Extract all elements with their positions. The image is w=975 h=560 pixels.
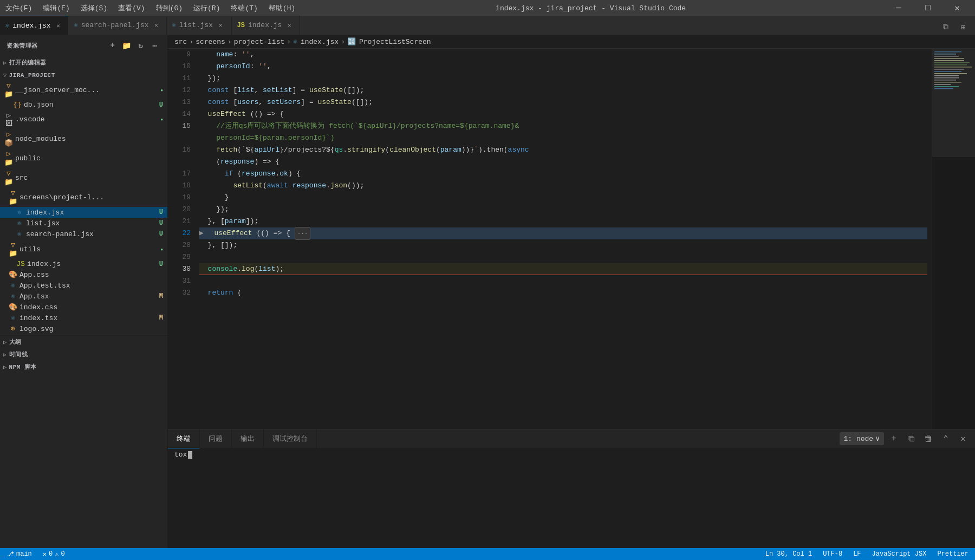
breadcrumb-project-list[interactable]: project-list	[234, 38, 285, 46]
file-src[interactable]: ▽📁 src	[0, 168, 167, 187]
code-line-32: return (	[199, 287, 927, 299]
tab-bar: ⚛ index.jsx ✕ ⚛ search-panel.jsx ✕ ⚛ lis…	[0, 16, 975, 35]
code-line-19: }	[199, 192, 927, 204]
tab-close-index-js[interactable]: ✕	[285, 21, 294, 30]
open-editors-header[interactable]: ▷ 打开的编辑器	[0, 57, 167, 68]
code-line-20: });	[199, 204, 927, 216]
tsx-icon-2: ⚛	[9, 292, 17, 301]
menu-bar[interactable]: 文件(F) 编辑(E) 选择(S) 查看(V) 转到(G) 运行(R) 终端(T…	[5, 3, 295, 13]
svg-rect-10	[934, 73, 967, 74]
code-line-17: if (response.ok) {	[199, 168, 927, 180]
file-node-modules[interactable]: ▷📦 node_modules	[0, 129, 167, 148]
file-index-jsx[interactable]: ⚛ index.jsx U	[0, 207, 167, 218]
menu-edit[interactable]: 编辑(E)	[43, 3, 69, 13]
close-terminal-button[interactable]: ✕	[955, 431, 971, 446]
tab-search-panel-jsx[interactable]: ⚛ search-panel.jsx ✕	[68, 16, 166, 35]
file-screens-project[interactable]: ▽📁 screens\project-l...	[0, 187, 167, 207]
menu-terminal[interactable]: 终端(T)	[231, 3, 257, 13]
code-editor[interactable]: 9 10 11 12 13 14 15 16 17 18 19 20	[168, 49, 932, 429]
tab-close-search-panel[interactable]: ✕	[152, 21, 161, 30]
svg-rect-11	[934, 75, 959, 76]
split-editor-button[interactable]: ⧉	[938, 19, 953, 35]
tab-index-jsx[interactable]: ⚛ index.jsx ✕	[0, 16, 68, 35]
file-vscode[interactable]: ▷🖼 .vscode ●	[0, 110, 167, 129]
file-public[interactable]: ▷📁 public	[0, 148, 167, 168]
breadcrumb-index-jsx[interactable]: index.jsx	[301, 38, 339, 46]
timeline-section[interactable]: ▷ 时间线	[0, 348, 167, 361]
file-logo-svg[interactable]: ⊛ logo.svg	[0, 323, 167, 334]
sidebar-header: 资源管理器 + 📁 ↻ ⋯	[0, 35, 167, 56]
file-index-css[interactable]: 🎨 index.css	[0, 302, 167, 312]
menu-help[interactable]: 帮助(H)	[269, 3, 295, 13]
window-controls[interactable]: — □ ✕	[886, 0, 970, 16]
project-header[interactable]: ▽ JIRA_PROJECT	[0, 70, 167, 80]
tab-label-index-js: index.js	[248, 21, 282, 29]
terminal-tab-terminal[interactable]: 终端	[168, 429, 200, 448]
new-file-button[interactable]: +	[107, 40, 119, 51]
npm-label: NPM 脚本	[9, 363, 37, 371]
code-line-14: useEffect (() => {	[199, 108, 927, 120]
file-index-tsx[interactable]: ⚛ index.tsx M	[0, 312, 167, 323]
jsx-file-icon: ⚛	[5, 22, 9, 30]
file-utils[interactable]: ▽📁 utils ●	[0, 239, 167, 259]
tab-close-index-jsx[interactable]: ✕	[54, 21, 62, 30]
kill-terminal-button[interactable]: 🗑	[921, 431, 936, 446]
ln-col-text: Ln 30, Col 1	[765, 550, 812, 558]
new-terminal-button[interactable]: +	[886, 431, 901, 446]
new-folder-button[interactable]: 📁	[121, 40, 133, 51]
outline-section[interactable]: ▷ 大纲	[0, 336, 167, 348]
status-git[interactable]: ⎇ main	[4, 548, 34, 560]
breadcrumb-component[interactable]: ProjectListScreen	[359, 38, 431, 46]
terminal-shell-selector[interactable]: 1: node ∨	[840, 432, 884, 445]
minimize-button[interactable]: —	[886, 0, 911, 16]
file-db-json[interactable]: {} db.json U	[0, 100, 167, 110]
file-app-test-tsx[interactable]: ⚛ App.test.tsx	[0, 280, 167, 291]
collapse-button[interactable]: ⋯	[149, 40, 161, 51]
maximize-button[interactable]: □	[915, 0, 940, 16]
code-line-29	[199, 251, 927, 263]
file-list-jsx[interactable]: ⚛ list.jsx U	[0, 218, 167, 229]
status-eol[interactable]: LF	[851, 548, 863, 560]
menu-view[interactable]: 查看(V)	[118, 3, 145, 13]
layout-button[interactable]: ⊞	[955, 19, 971, 35]
menu-run[interactable]: 运行(R)	[193, 3, 220, 13]
minimap-content	[932, 49, 975, 429]
tree-item-node-modules: node_modules	[15, 135, 167, 143]
git-branch: main	[16, 550, 32, 558]
terminal-tab-output[interactable]: 输出	[232, 429, 264, 448]
file-tree-item[interactable]: ▽📁 __json_server_moc... ●	[0, 80, 167, 100]
refresh-button[interactable]: ↻	[135, 40, 147, 51]
warning-icon: ⚠	[55, 550, 58, 558]
file-utils-index-js[interactable]: JS index.js U	[0, 259, 167, 269]
split-terminal-button[interactable]: ⧉	[903, 431, 919, 446]
tab-close-list-jsx[interactable]: ✕	[216, 21, 225, 30]
tab-label-list-jsx: list.jsx	[179, 21, 213, 29]
status-formatter[interactable]: Prettier	[935, 548, 971, 560]
folder-vscode-icon: ▷🖼	[4, 111, 13, 128]
file-app-tsx[interactable]: ⚛ App.tsx M	[0, 291, 167, 302]
tab-list-jsx[interactable]: ⚛ list.jsx ✕	[167, 16, 232, 35]
status-language[interactable]: JavaScript JSX	[870, 548, 929, 560]
menu-goto[interactable]: 转到(G)	[156, 3, 183, 13]
css-icon: 🎨	[9, 270, 17, 279]
breadcrumb-screens[interactable]: screens	[196, 38, 225, 46]
npm-section[interactable]: ▷ NPM 脚本	[0, 361, 167, 373]
menu-select[interactable]: 选择(S)	[81, 3, 107, 13]
status-ln-col[interactable]: Ln 30, Col 1	[763, 548, 814, 560]
status-errors[interactable]: ✕ 0 ⚠ 0	[41, 548, 67, 560]
tab-label-search-panel: search-panel.jsx	[81, 21, 149, 29]
terminal-tab-problems[interactable]: 问题	[200, 429, 232, 448]
code-content[interactable]: name: '', personId: '', }); const	[195, 49, 932, 429]
file-app-css[interactable]: 🎨 App.css	[0, 269, 167, 280]
terminal-tab-debug[interactable]: 调试控制台	[264, 429, 317, 448]
tree-item-src: src	[15, 174, 167, 182]
close-button[interactable]: ✕	[945, 0, 970, 16]
terminal-content[interactable]: tox	[168, 448, 975, 548]
status-encoding[interactable]: UTF-8	[821, 548, 844, 560]
code-line-22: ▶ useEffect (() => { ···	[199, 227, 927, 239]
maximize-terminal-button[interactable]: ⌃	[938, 431, 953, 446]
tab-index-js[interactable]: JS index.js ✕	[232, 16, 300, 35]
menu-file[interactable]: 文件(F)	[5, 3, 32, 13]
file-search-panel[interactable]: ⚛ search-panel.jsx U	[0, 229, 167, 239]
breadcrumb-src[interactable]: src	[174, 38, 187, 46]
